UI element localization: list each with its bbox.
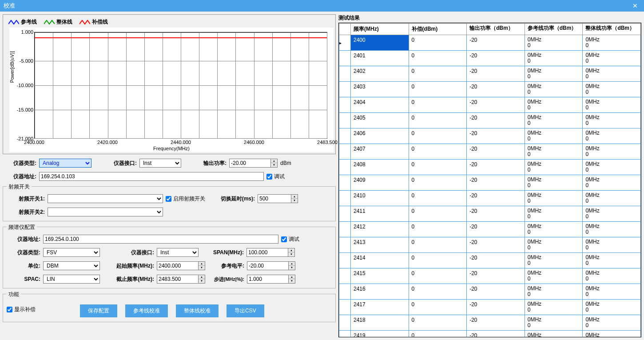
table-row[interactable]: 24130-200MHz00MHz0 xyxy=(339,237,641,253)
cell-freq: 2418 xyxy=(351,315,409,331)
spin-up-icon[interactable]: ▲ xyxy=(291,195,298,199)
cell-comp: 0 xyxy=(409,113,467,128)
spin-down-icon[interactable]: ▼ xyxy=(289,279,295,283)
cell-out: -20 xyxy=(467,160,525,175)
table-row[interactable]: 24170-200MHz00MHz0 xyxy=(339,300,641,315)
spin-down-icon[interactable]: ▼ xyxy=(199,279,205,283)
stopfreq-input[interactable] xyxy=(157,275,199,284)
cell-ref: 0MHz0 xyxy=(525,128,583,144)
cell-whole: 0MHz0 xyxy=(583,97,641,113)
unit-select[interactable]: DBM xyxy=(43,261,100,270)
table-row[interactable]: 24150-200MHz00MHz0 xyxy=(339,268,641,284)
xtick: 2460.000 xyxy=(244,140,264,145)
stopfreq-spinner[interactable]: ▲▼ xyxy=(157,275,205,284)
spin-up-icon[interactable]: ▲ xyxy=(289,262,295,266)
spin-up-icon[interactable]: ▲ xyxy=(271,159,277,163)
table-row[interactable]: 24030-200MHz00MHz0 xyxy=(339,82,641,97)
cell-out: -20 xyxy=(467,51,525,66)
showcomp-check[interactable]: 显示补偿 xyxy=(7,306,36,313)
spin-down-icon[interactable]: ▼ xyxy=(288,252,294,256)
instr-port-select[interactable]: Inst xyxy=(139,159,181,168)
cell-comp: 0 xyxy=(409,66,467,82)
spin-down-icon[interactable]: ▼ xyxy=(289,266,295,270)
step-input[interactable] xyxy=(247,275,289,284)
legend-ref-icon xyxy=(8,20,19,25)
xtick: 2420.000 xyxy=(97,140,118,145)
table-row[interactable]: 24010-200MHz00MHz0 xyxy=(339,51,641,66)
save-button[interactable]: 保存配置 xyxy=(80,304,117,317)
wholecal-button[interactable]: 整体线校准 xyxy=(176,304,219,317)
table-row[interactable]: 24160-200MHz00MHz0 xyxy=(339,284,641,300)
col-wholepow[interactable]: 整体线功率（dBm） xyxy=(583,24,641,35)
cell-out: -20 xyxy=(467,128,525,144)
cell-ref: 0MHz0 xyxy=(525,66,583,82)
span-input[interactable] xyxy=(246,248,288,257)
spec-port-select[interactable]: Inst xyxy=(157,248,199,257)
instr-type-select[interactable]: Analog xyxy=(39,159,91,168)
table-row[interactable]: 24090-200MHz00MHz0 xyxy=(339,175,641,191)
spin-down-icon[interactable]: ▼ xyxy=(291,199,298,203)
spin-up-icon[interactable]: ▲ xyxy=(199,262,205,266)
table-row[interactable]: 24080-200MHz00MHz0 xyxy=(339,160,641,175)
legend-whole-icon xyxy=(44,20,55,25)
rf-sw1-select[interactable] xyxy=(48,194,163,203)
span-spinner[interactable]: ▲▼ xyxy=(246,248,295,257)
cell-comp: 0 xyxy=(409,206,467,222)
spin-down-icon[interactable]: ▼ xyxy=(271,163,277,167)
step-spinner[interactable]: ▲▼ xyxy=(247,275,295,284)
spin-up-icon[interactable]: ▲ xyxy=(289,275,295,279)
outpow-spinner[interactable]: ▲▼ xyxy=(229,159,278,168)
table-row[interactable]: 24180-200MHz00MHz0 xyxy=(339,315,641,331)
col-comp[interactable]: 补偿(dBm) xyxy=(409,24,467,35)
table-row[interactable]: 24110-200MHz00MHz0 xyxy=(339,206,641,222)
instr-addr-input[interactable] xyxy=(39,172,264,181)
table-row[interactable]: 24190-200MHz00MHz0 xyxy=(339,331,641,337)
cell-comp: 0 xyxy=(409,253,467,268)
col-outpow[interactable]: 输出功率（dBm） xyxy=(467,24,525,35)
reflvl-spinner[interactable]: ▲▼ xyxy=(247,261,295,270)
spec-addr-input[interactable] xyxy=(43,235,278,244)
close-button[interactable]: ✕ xyxy=(626,0,644,12)
col-freq[interactable]: 频率(MHz) xyxy=(351,24,409,35)
table-row[interactable]: 24120-200MHz00MHz0 xyxy=(339,222,641,237)
table-row[interactable]: 24020-200MHz00MHz0 xyxy=(339,66,641,82)
table-row[interactable]: 24060-200MHz00MHz0 xyxy=(339,128,641,144)
outpow-input[interactable] xyxy=(229,159,271,168)
spin-down-icon[interactable]: ▼ xyxy=(199,266,205,270)
table-row[interactable]: 24040-200MHz00MHz0 xyxy=(339,97,641,113)
rf-delay-spinner[interactable]: ▲▼ xyxy=(258,194,298,203)
startfreq-input[interactable] xyxy=(157,261,199,270)
col-refpow[interactable]: 参考线功率（dBm） xyxy=(525,24,583,35)
export-button[interactable]: 导出CSV xyxy=(227,304,264,317)
cell-freq: 2416 xyxy=(351,284,409,300)
table-row[interactable]: 24140-200MHz00MHz0 xyxy=(339,253,641,268)
spin-up-icon[interactable]: ▲ xyxy=(288,248,294,252)
table-row[interactable]: 24050-200MHz00MHz0 xyxy=(339,113,641,128)
rf-delay-input[interactable] xyxy=(258,194,291,203)
cell-freq: 2405 xyxy=(351,113,409,128)
spec-debug-check[interactable]: 调试 xyxy=(281,236,299,243)
xtick: 2440.000 xyxy=(171,140,191,145)
rf-sw2-select[interactable] xyxy=(48,208,163,216)
instr-debug-check[interactable]: 调试 xyxy=(266,173,285,180)
cell-out: -20 xyxy=(467,284,525,300)
row-indicator xyxy=(339,82,351,97)
legend-comp-label: 补偿线 xyxy=(92,18,108,26)
outpow-unit: dBm xyxy=(280,160,291,166)
table-row[interactable]: 24100-200MHz00MHz0 xyxy=(339,191,641,206)
startfreq-spinner[interactable]: ▲▼ xyxy=(157,261,205,270)
spec-type-select[interactable]: FSV xyxy=(43,248,100,257)
table-row[interactable]: 24070-200MHz00MHz0 xyxy=(339,144,641,160)
cell-out: -20 xyxy=(467,300,525,315)
spac-select[interactable]: LIN xyxy=(43,275,100,284)
refcal-button[interactable]: 参考线校准 xyxy=(125,304,168,317)
cell-whole: 0MHz0 xyxy=(583,300,641,315)
spin-up-icon[interactable]: ▲ xyxy=(199,275,205,279)
rf-enable-check[interactable]: 启用射频开关 xyxy=(166,195,205,203)
cell-whole: 0MHz0 xyxy=(583,237,641,253)
reflvl-input[interactable] xyxy=(247,261,289,270)
results-scroll[interactable]: 频率(MHz) 补偿(dBm) 输出功率（dBm） 参考线功率（dBm） 整体线… xyxy=(339,23,641,337)
cell-whole: 0MHz0 xyxy=(583,51,641,66)
cell-comp: 0 xyxy=(409,144,467,160)
table-row[interactable]: 24000-200MHz00MHz0 xyxy=(339,35,641,51)
